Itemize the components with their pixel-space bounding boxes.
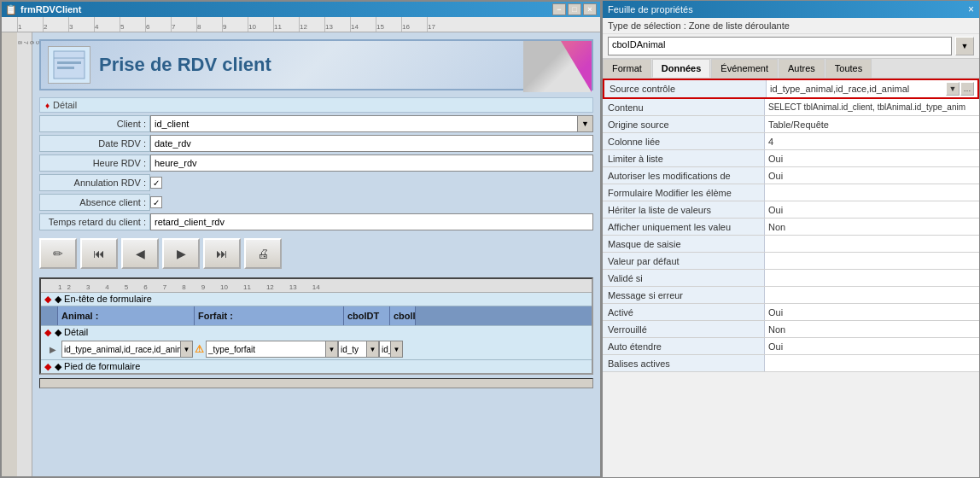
subform-detail-section: ◆ ◆ Détail	[41, 325, 592, 339]
annulation-checkbox[interactable]: ✓	[150, 177, 162, 189]
form-content-area: 12345678 Prise de RDV client	[17, 32, 600, 476]
props-value-verrouille: Non	[765, 321, 979, 337]
minimize-button[interactable]: −	[552, 3, 566, 15]
retard-value: retard_client_rdv	[155, 217, 225, 227]
subform-data-row: ▶ id_type_animal,id_race,id_anima ▼ ⚠ _t…	[41, 339, 592, 359]
props-row-verrouille[interactable]: Verrouillé Non	[603, 321, 979, 338]
form-header-area: Prise de RDV client	[39, 39, 593, 90]
absence-checkbox[interactable]: ✓	[150, 196, 162, 208]
props-row-masque[interactable]: Masque de saisie	[603, 236, 979, 253]
props-value-contenu: SELECT tblAnimal.id_client, tblAnimal.id…	[765, 99, 979, 115]
form-title-bar: 📋 frmRDVClient − □ ×	[2, 2, 600, 17]
ruler-tick: 9	[222, 17, 248, 32]
ruler-tick: 1	[17, 17, 43, 32]
next-record-button[interactable]: ▶	[162, 238, 200, 269]
id-combo-cell[interactable]: id_ ▼	[379, 341, 403, 358]
props-row-limiter[interactable]: Limiter à liste Oui	[603, 150, 979, 167]
properties-close-button[interactable]: ×	[968, 3, 974, 15]
tab-format[interactable]: Format	[603, 59, 651, 78]
props-row-active[interactable]: Activé Oui	[603, 304, 979, 321]
subform-footer-section: ◆ ◆ Pied de formulaire	[41, 359, 592, 373]
props-row-auto-etendre[interactable]: Auto étendre Oui	[603, 338, 979, 355]
animal-combo-value: id_type_animal,id_race,id_anima	[64, 345, 189, 354]
props-row-valeur-defaut[interactable]: Valeur par défaut	[603, 253, 979, 270]
ruler-tick: 4	[94, 17, 120, 32]
properties-selector-input[interactable]: cboIDAnimal	[608, 37, 952, 55]
tab-donnees[interactable]: Données	[652, 59, 710, 78]
props-value-valeur-defaut	[765, 253, 979, 269]
props-name-autoriser: Autoriser les modifications de	[603, 167, 765, 184]
props-row-afficher[interactable]: Afficher uniquement les valeu Non	[603, 219, 979, 236]
props-row-source-controle[interactable]: Source contrôle id_type_animal,id_race,i…	[603, 79, 979, 99]
prev-record-button[interactable]: ◀	[121, 238, 159, 269]
client-combo-arrow[interactable]: ▼	[577, 116, 592, 131]
props-value-autoriser: Oui	[765, 167, 979, 184]
client-field-row: Client : id_client ▼	[39, 115, 593, 132]
props-name-balises-actives: Balises actives	[603, 355, 765, 371]
ruler-tick: 17	[427, 17, 452, 32]
props-value-source-controle: id_type_animal,id_race,id_animal ▼ …	[767, 80, 977, 97]
subform-ruler: 12 34 56 78 910 1112 1314	[41, 279, 592, 293]
animal-combo-arrow[interactable]: ▼	[180, 341, 192, 357]
horizontal-scrollbar[interactable]	[39, 378, 593, 388]
props-row-formulaire-modifier[interactable]: Formulaire Modifier les élème	[603, 184, 979, 201]
props-row-origine-source[interactable]: Origine source Table/Requête	[603, 116, 979, 133]
props-name-origine-source: Origine source	[603, 116, 765, 132]
client-label: Client :	[39, 115, 150, 132]
close-button[interactable]: ×	[583, 3, 597, 15]
tab-toutes[interactable]: Toutes	[825, 59, 872, 78]
props-row-colonne-liee[interactable]: Colonne liée 4	[603, 133, 979, 150]
client-combo[interactable]: id_client ▼	[150, 115, 593, 132]
print-button[interactable]: 🖨	[244, 238, 282, 269]
idty-combo-cell[interactable]: id_ty ▼	[338, 341, 379, 358]
last-record-button[interactable]: ⏭	[203, 238, 241, 269]
form-title-text: frmRDVClient	[20, 4, 82, 15]
tab-evenement[interactable]: Événement	[711, 59, 778, 78]
props-name-valide-si: Validé si	[603, 270, 765, 286]
ruler-tick: 16	[401, 17, 427, 32]
props-row-message-erreur[interactable]: Message si erreur	[603, 287, 979, 304]
retard-input[interactable]: retard_client_rdv	[150, 213, 593, 230]
props-row-autoriser[interactable]: Autoriser les modifications de Oui	[603, 167, 979, 184]
vertical-ruler: 12345678	[17, 32, 32, 476]
date-input[interactable]: date_rdv	[150, 135, 593, 152]
props-name-verrouille: Verrouillé	[603, 321, 765, 337]
subform-column-headers: Animal : Forfait : cboIDT cboll	[41, 306, 592, 325]
properties-table: Source contrôle id_type_animal,id_race,i…	[603, 79, 979, 477]
date-value: date_rdv	[155, 138, 191, 149]
ruler-tick: 12	[299, 17, 324, 32]
props-row-balises-actives[interactable]: Balises actives	[603, 355, 979, 372]
form-fields-area: Client : id_client ▼ Date RDV : date_rdv	[32, 115, 600, 230]
heure-field-row: Heure RDV : heure_rdv	[39, 154, 593, 172]
idty-combo-arrow[interactable]: ▼	[366, 341, 378, 357]
props-name-formulaire-modifier: Formulaire Modifier les élème	[603, 184, 765, 201]
props-ellipsis-btn[interactable]: …	[960, 82, 974, 96]
props-row-heriter[interactable]: Hériter la liste de valeurs Oui	[603, 201, 979, 219]
forfait-combo-cell[interactable]: _type_forfait ▼	[206, 341, 338, 358]
annulation-label: Annulation RDV :	[39, 174, 150, 191]
props-dropdown-btn[interactable]: ▼	[946, 82, 960, 96]
props-name-source-controle: Source contrôle	[604, 80, 767, 97]
first-record-button[interactable]: ⏮	[80, 238, 118, 269]
properties-selector-dropdown-btn[interactable]: ▼	[955, 37, 974, 55]
section-marker-icon: ♦	[45, 101, 50, 110]
date-label: Date RDV :	[39, 135, 150, 152]
tab-autres[interactable]: Autres	[779, 59, 825, 78]
annulation-field-row: Annulation RDV : ✓	[39, 174, 593, 191]
row-indicator: ▶	[44, 345, 61, 354]
heure-input[interactable]: heure_rdv	[150, 154, 593, 172]
form-logo	[48, 46, 90, 84]
ruler-tick: 7	[171, 17, 196, 32]
forfait-combo-arrow[interactable]: ▼	[325, 341, 337, 357]
subform-footer-marker: ◆	[44, 361, 51, 372]
maximize-button[interactable]: □	[568, 3, 581, 15]
edit-button[interactable]: ✏	[39, 238, 77, 269]
id-combo-arrow[interactable]: ▼	[390, 341, 402, 357]
props-row-contenu[interactable]: Contenu SELECT tblAnimal.id_client, tblA…	[603, 99, 979, 116]
ruler-tick: 5	[120, 17, 145, 32]
props-value-message-erreur	[765, 287, 979, 303]
retard-label: Temps retard du client :	[39, 213, 150, 230]
animal-combo-cell[interactable]: id_type_animal,id_race,id_anima ▼	[61, 341, 193, 358]
props-row-valide-si[interactable]: Validé si	[603, 270, 979, 287]
props-value-active: Oui	[765, 304, 979, 320]
